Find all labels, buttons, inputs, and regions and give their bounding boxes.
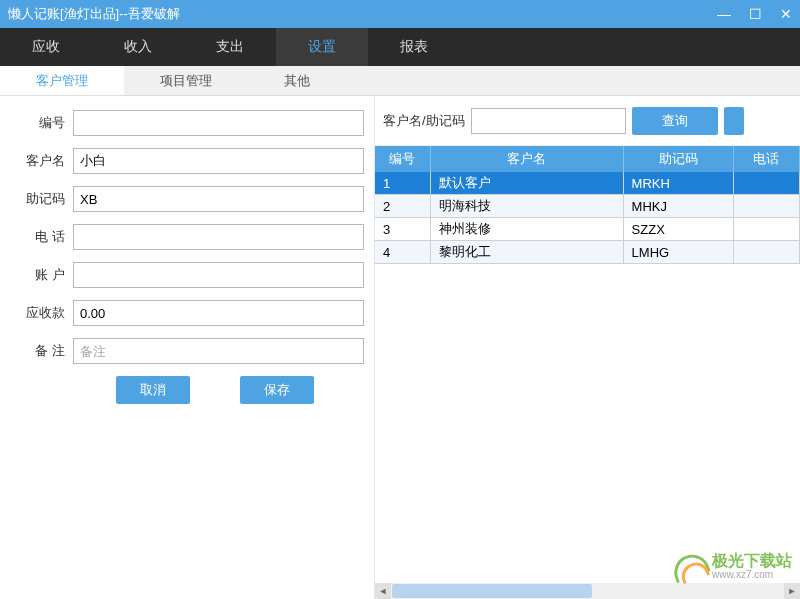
main-tabs: 应收收入支出设置报表 [0, 28, 800, 66]
sub-tabs: 客户管理项目管理其他 [0, 66, 800, 96]
table-cell: MRKH [623, 172, 733, 195]
titlebar: 懒人记账[渔灯出品]--吾爱破解 — ☐ ✕ [0, 0, 800, 28]
table-header[interactable]: 编号 [375, 146, 430, 172]
content: 编号 客户名 助记码 电 话 账 户 应收款 备 注 取消 保存 [0, 96, 800, 599]
table-wrap[interactable]: 编号客户名助记码电话 1默认客户MRKH2明海科技MHKJ3神州装修SZZX4黎… [375, 146, 800, 583]
save-button[interactable]: 保存 [240, 376, 314, 404]
search-input[interactable] [471, 108, 626, 134]
sub-tab-0[interactable]: 客户管理 [0, 66, 124, 95]
table-header[interactable]: 客户名 [430, 146, 623, 172]
scroll-right-icon[interactable]: ► [784, 583, 800, 599]
form-panel: 编号 客户名 助记码 电 话 账 户 应收款 备 注 取消 保存 [0, 96, 375, 599]
label-account: 账 户 [10, 266, 65, 284]
table-cell: 4 [375, 241, 430, 264]
table-cell: 默认客户 [430, 172, 623, 195]
scroll-thumb[interactable] [392, 584, 592, 598]
table-row[interactable]: 3神州装修SZZX [375, 218, 800, 241]
main-tab-4[interactable]: 报表 [368, 28, 460, 66]
table-cell: SZZX [623, 218, 733, 241]
cancel-button[interactable]: 取消 [116, 376, 190, 404]
label-code: 助记码 [10, 190, 65, 208]
label-id: 编号 [10, 114, 65, 132]
maximize-icon[interactable]: ☐ [749, 6, 762, 22]
input-id[interactable] [73, 110, 364, 136]
label-name: 客户名 [10, 152, 65, 170]
minimize-icon[interactable]: — [717, 6, 731, 22]
main-tab-0[interactable]: 应收 [0, 28, 92, 66]
main-tab-2[interactable]: 支出 [184, 28, 276, 66]
sub-tab-2[interactable]: 其他 [248, 66, 346, 95]
label-remark: 备 注 [10, 342, 65, 360]
table-row[interactable]: 4黎明化工LMHG [375, 241, 800, 264]
input-receivable[interactable] [73, 300, 364, 326]
close-icon[interactable]: ✕ [780, 6, 792, 22]
table-cell [733, 218, 799, 241]
table-cell [733, 241, 799, 264]
table-header[interactable]: 电话 [733, 146, 799, 172]
table-cell [733, 172, 799, 195]
input-name[interactable] [73, 148, 364, 174]
main-tab-3[interactable]: 设置 [276, 28, 368, 66]
search-label: 客户名/助记码 [383, 112, 465, 130]
list-panel: 客户名/助记码 查询 编号客户名助记码电话 1默认客户MRKH2明海科技MHKJ… [375, 96, 800, 599]
label-receivable: 应收款 [10, 304, 65, 322]
customer-table: 编号客户名助记码电话 1默认客户MRKH2明海科技MHKJ3神州装修SZZX4黎… [375, 146, 800, 264]
sub-tab-1[interactable]: 项目管理 [124, 66, 248, 95]
main-tab-1[interactable]: 收入 [92, 28, 184, 66]
input-tel[interactable] [73, 224, 364, 250]
table-cell: 2 [375, 195, 430, 218]
table-cell: 3 [375, 218, 430, 241]
label-tel: 电 话 [10, 228, 65, 246]
table-cell: 明海科技 [430, 195, 623, 218]
table-cell: 黎明化工 [430, 241, 623, 264]
table-cell: 神州装修 [430, 218, 623, 241]
table-row[interactable]: 1默认客户MRKH [375, 172, 800, 195]
horizontal-scrollbar[interactable]: ◄ ► [375, 583, 800, 599]
table-cell: LMHG [623, 241, 733, 264]
table-cell [733, 195, 799, 218]
search-button[interactable]: 查询 [632, 107, 718, 135]
input-remark[interactable] [73, 338, 364, 364]
table-row[interactable]: 2明海科技MHKJ [375, 195, 800, 218]
search-row: 客户名/助记码 查询 [375, 96, 800, 146]
table-header[interactable]: 助记码 [623, 146, 733, 172]
window-title: 懒人记账[渔灯出品]--吾爱破解 [8, 5, 180, 23]
table-cell: MHKJ [623, 195, 733, 218]
table-cell: 1 [375, 172, 430, 195]
input-account[interactable] [73, 262, 364, 288]
window-controls: — ☐ ✕ [717, 6, 792, 22]
extra-button[interactable] [724, 107, 744, 135]
scroll-left-icon[interactable]: ◄ [375, 583, 391, 599]
input-code[interactable] [73, 186, 364, 212]
